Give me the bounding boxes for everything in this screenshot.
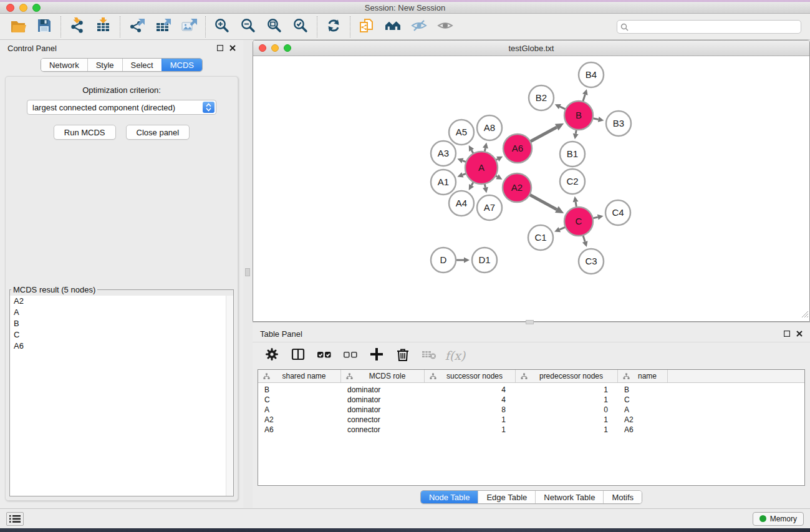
deselect-all-button[interactable] [339, 344, 362, 367]
float-panel-icon[interactable] [217, 45, 223, 51]
memory-button[interactable]: Memory [753, 512, 804, 526]
panel-split-divider[interactable] [243, 40, 253, 508]
table-row[interactable]: Cdominator41C [258, 395, 804, 405]
close-panel-icon[interactable] [229, 45, 236, 51]
node-A3[interactable]: A3 [431, 141, 456, 166]
zoom-selected-button[interactable] [287, 15, 314, 39]
settings-button[interactable] [260, 344, 284, 367]
node-A7[interactable]: A7 [477, 195, 502, 220]
criterion-select[interactable]: largest connected component (directed) [27, 100, 216, 115]
zoom-fit-button[interactable] [261, 15, 287, 39]
zoom-window-button[interactable] [32, 4, 41, 12]
close-panel-button[interactable]: Close panel [126, 125, 190, 140]
select-all-button[interactable] [312, 344, 336, 367]
minimize-window-button[interactable] [19, 4, 27, 12]
edge-B-B3[interactable] [598, 117, 604, 122]
resize-grip-icon[interactable] [800, 309, 808, 320]
column-header-predecessor-nodes[interactable]: predecessor nodes [516, 370, 618, 382]
add-column-button[interactable] [365, 344, 388, 367]
node-C1[interactable]: C1 [528, 225, 553, 250]
show-all-button[interactable] [432, 15, 458, 39]
edge-A-A8[interactable] [483, 143, 488, 149]
tab-motifs[interactable]: Motifs [603, 491, 642, 503]
column-header-name[interactable]: name [618, 370, 668, 382]
import-table-button[interactable] [90, 15, 117, 39]
tab-style[interactable]: Style [87, 59, 122, 71]
column-header-successor-nodes[interactable]: successor nodes [425, 370, 516, 382]
columns-button[interactable] [286, 344, 310, 367]
open-session-button[interactable] [5, 15, 31, 39]
edge-C-C3[interactable] [582, 241, 588, 247]
search-input[interactable] [617, 20, 801, 34]
table-row[interactable]: A6connector11A6 [258, 425, 804, 435]
node-C4[interactable]: C4 [605, 200, 630, 225]
task-history-button[interactable] [6, 512, 24, 526]
tab-network-table[interactable]: Network Table [535, 491, 603, 503]
node-A5[interactable]: A5 [449, 120, 474, 145]
tab-select[interactable]: Select [122, 59, 162, 71]
edge-B-B4[interactable] [582, 89, 588, 95]
column-header-shared-name[interactable]: shared name [258, 370, 341, 382]
node-A8[interactable]: A8 [477, 115, 502, 140]
node-A4[interactable]: A4 [449, 191, 474, 216]
save-session-button[interactable] [31, 15, 57, 39]
node-A1[interactable]: A1 [431, 170, 456, 195]
node-A2[interactable]: A2 [503, 173, 531, 202]
node-C[interactable]: C [564, 207, 593, 236]
node-B4[interactable]: B4 [579, 62, 604, 87]
edge-C-C2[interactable] [573, 196, 579, 203]
network-canvas[interactable]: B4B2BB3A5A8A6B1A3AA1C2A2A4A7C4CC1C3DD1 [253, 56, 809, 321]
mcds-result-item[interactable]: A2 [10, 296, 233, 307]
table-row[interactable]: A2connector11A2 [258, 415, 804, 425]
refresh-button[interactable] [321, 15, 347, 39]
node-D1[interactable]: D1 [472, 248, 497, 273]
hide-selected-button[interactable] [406, 15, 432, 39]
import-network-button[interactable] [64, 15, 90, 39]
export-table-button[interactable] [150, 15, 176, 39]
tab-mcds[interactable]: MCDS [162, 59, 202, 71]
node-D[interactable]: D [431, 248, 456, 273]
close-panel-icon[interactable] [796, 331, 803, 337]
edge-B-B1[interactable] [573, 133, 579, 140]
search-field[interactable] [617, 20, 801, 34]
tab-edge-table[interactable]: Edge Table [478, 491, 535, 503]
table-row[interactable]: Bdominator41B [258, 385, 804, 395]
close-network-button[interactable] [259, 44, 266, 52]
zoom-out-button[interactable] [235, 15, 261, 39]
node-C2[interactable]: C2 [560, 169, 585, 194]
float-panel-icon[interactable] [784, 331, 790, 337]
export-image-button[interactable] [176, 15, 202, 39]
split-handle-icon[interactable] [526, 320, 534, 324]
column-header-mcds-role[interactable]: MCDS role [341, 370, 425, 382]
mcds-result-item[interactable]: A [10, 307, 233, 318]
scrollbar-track[interactable] [226, 296, 233, 496]
delete-column-button[interactable] [391, 344, 415, 367]
node-B3[interactable]: B3 [606, 111, 631, 136]
zoom-network-button[interactable] [284, 44, 291, 52]
mcds-result-item[interactable]: C [10, 329, 233, 341]
zoom-in-button[interactable] [209, 15, 235, 39]
duplicate-network-button[interactable] [354, 15, 380, 39]
home-button[interactable] [380, 15, 406, 39]
close-window-button[interactable] [6, 4, 14, 12]
export-network-button[interactable] [123, 15, 150, 39]
table-row[interactable]: Adominator80A [258, 405, 804, 415]
edge-A-A7[interactable] [483, 187, 488, 193]
tab-node-table[interactable]: Node Table [421, 491, 478, 503]
node-B1[interactable]: B1 [560, 142, 585, 167]
edge-C-C4[interactable] [597, 215, 604, 220]
mcds-result-item[interactable]: A6 [10, 341, 233, 352]
network-graph[interactable]: B4B2BB3A5A8A6B1A3AA1C2A2A4A7C4CC1C3DD1 [253, 56, 809, 321]
minimize-network-button[interactable] [271, 44, 279, 52]
node-B[interactable]: B [564, 101, 593, 130]
node-B2[interactable]: B2 [529, 85, 554, 110]
tab-network[interactable]: Network [41, 59, 87, 71]
node-C3[interactable]: C3 [579, 249, 604, 274]
node-A[interactable]: A [465, 152, 498, 184]
split-handle-icon[interactable] [245, 268, 250, 276]
run-mcds-button[interactable]: Run MCDS [54, 125, 116, 140]
table-split-divider[interactable] [253, 322, 810, 326]
edge-D-D1[interactable] [464, 258, 470, 263]
mcds-result-item[interactable]: B [10, 318, 233, 329]
node-A6[interactable]: A6 [503, 134, 532, 163]
